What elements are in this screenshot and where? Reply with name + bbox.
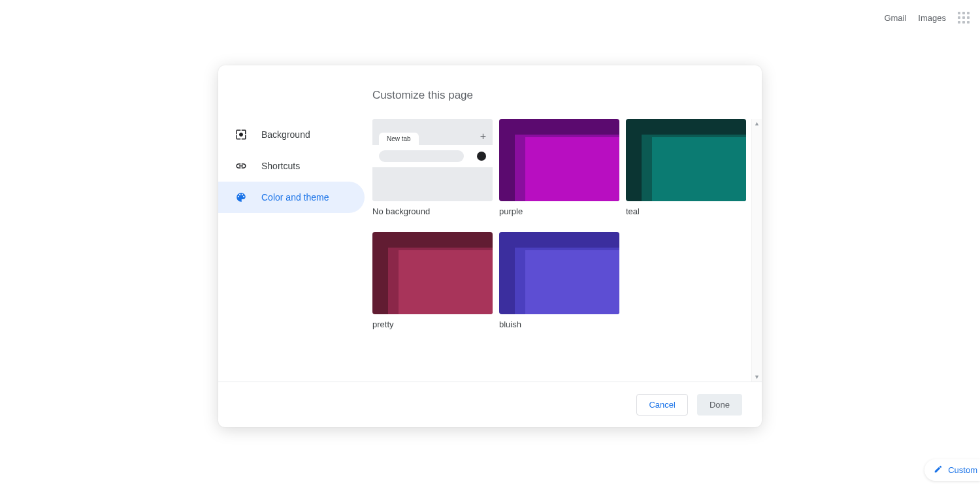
customize-button[interactable]: Custom (924, 459, 980, 481)
sidebar-item-background[interactable]: Background (218, 119, 365, 150)
sidebar-item-label: Background (261, 129, 310, 140)
page-header: Gmail Images (884, 12, 970, 24)
scrollbar[interactable]: ▲ ▼ (751, 119, 762, 382)
theme-grid: New tab+No backgroundpurpletealprettyblu… (372, 119, 751, 382)
dialog-footer: Cancel Done (218, 382, 762, 427)
pencil-icon (934, 465, 943, 476)
theme-label: bluish (499, 319, 619, 329)
theme-option[interactable]: bluish (499, 232, 619, 329)
link-icon (235, 160, 247, 172)
theme-label: pretty (372, 319, 493, 329)
theme-preview (626, 119, 746, 201)
scroll-down-icon[interactable]: ▼ (754, 374, 760, 380)
theme-area: New tab+No backgroundpurpletealprettyblu… (372, 119, 762, 382)
dialog-body: Background Shortcuts Color and theme Cus… (218, 65, 762, 382)
theme-option[interactable]: pretty (372, 232, 493, 329)
customize-dialog: Background Shortcuts Color and theme Cus… (218, 65, 762, 427)
sidebar-item-color-theme[interactable]: Color and theme (218, 182, 365, 213)
wallpaper-icon (235, 129, 247, 140)
dialog-title: Customize this page (372, 89, 762, 102)
theme-label: purple (499, 206, 619, 216)
theme-option[interactable]: New tab+No background (372, 119, 493, 216)
images-link[interactable]: Images (918, 13, 946, 23)
gmail-link[interactable]: Gmail (884, 13, 906, 23)
theme-option[interactable]: teal (626, 119, 746, 216)
sidebar-item-shortcuts[interactable]: Shortcuts (218, 150, 365, 182)
theme-preview: New tab+ (372, 119, 493, 201)
mock-tab: New tab (379, 133, 419, 145)
mock-omnibox (379, 150, 464, 162)
customize-label: Custom (948, 465, 977, 475)
done-button[interactable]: Done (697, 394, 742, 416)
theme-label: No background (372, 206, 493, 216)
mock-tabstrip: New tab+ (372, 119, 493, 145)
mock-content (372, 167, 493, 201)
apps-grid-icon[interactable] (958, 12, 970, 24)
mock-toolbar (372, 145, 493, 167)
theme-label: teal (626, 206, 746, 216)
cancel-button[interactable]: Cancel (636, 394, 687, 416)
palette-icon (235, 191, 247, 203)
theme-option[interactable]: purple (499, 119, 619, 216)
theme-preview (499, 232, 619, 314)
theme-preview (499, 119, 619, 201)
dialog-main: Customize this page New tab+No backgroun… (365, 65, 762, 382)
account-icon (477, 152, 486, 161)
sidebar-item-label: Shortcuts (261, 161, 300, 171)
sidebar-item-label: Color and theme (261, 192, 329, 203)
dialog-sidebar: Background Shortcuts Color and theme (218, 65, 365, 382)
theme-preview (372, 232, 493, 314)
scroll-up-icon[interactable]: ▲ (754, 120, 760, 127)
plus-icon: + (480, 131, 486, 142)
